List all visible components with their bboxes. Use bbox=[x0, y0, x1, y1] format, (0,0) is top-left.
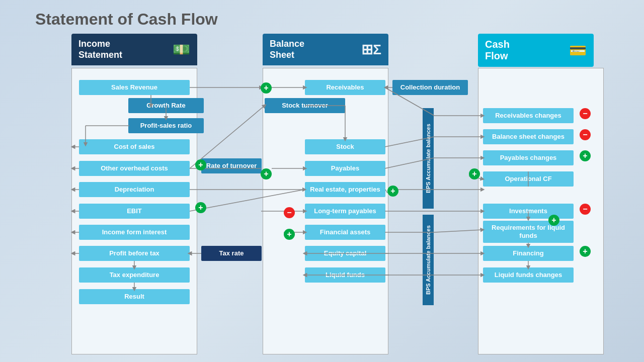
bps-top-label: BPS Accumulate balances bbox=[423, 108, 434, 209]
profit-sales-ratio-box: Profit-sales ratio bbox=[128, 118, 204, 133]
operational-cf-box: Operational CF bbox=[483, 171, 574, 187]
long-term-payables-box: Long-term payables bbox=[305, 204, 385, 219]
payables-changes-box: Payables changes bbox=[483, 150, 574, 165]
cost-of-sales-box: Cost of sales bbox=[79, 139, 190, 154]
diagram: Income Statement 💵 Balance Sheet ⊞Σ Cash… bbox=[35, 34, 609, 340]
minus-circle-1: − bbox=[284, 207, 295, 218]
income-label2: Statement bbox=[78, 50, 122, 61]
cashflow-label2: Flow bbox=[485, 50, 510, 62]
plus-circle-7: + bbox=[580, 150, 591, 161]
minus-circle-4: − bbox=[580, 204, 591, 215]
ebit-box: EBIT bbox=[79, 204, 190, 219]
other-overhead-box: Other overhead costs bbox=[79, 161, 190, 176]
plus-circle-8: + bbox=[469, 168, 480, 179]
income-form-interest-box: Income form interest bbox=[79, 225, 190, 240]
plus-circle-9: + bbox=[548, 215, 559, 226]
minus-circle-2: − bbox=[580, 108, 591, 119]
page-title: Statement of Cash Flow bbox=[0, 0, 644, 34]
minus-circle-3: − bbox=[580, 129, 591, 140]
equity-capital-box: Equity capital bbox=[305, 246, 385, 261]
plus-circle-4: + bbox=[387, 186, 398, 197]
requirements-liquid-box: Requirements for liquid funds bbox=[483, 221, 574, 243]
balance-header: Balance Sheet ⊞Σ bbox=[263, 34, 388, 65]
plus-circle-10: + bbox=[580, 246, 591, 257]
stock-turnover-box: Stock turnover bbox=[265, 98, 345, 113]
income-header: Income Statement 💵 bbox=[71, 34, 197, 65]
investments-box: Investments bbox=[483, 204, 574, 219]
growth-rate-box: Growth Rate bbox=[128, 98, 204, 113]
balance-label1: Balance bbox=[270, 39, 304, 50]
plus-circle-6: + bbox=[284, 229, 295, 240]
sales-revenue-box: Sales Revenue bbox=[79, 80, 190, 95]
cashflow-icon: 💳 bbox=[569, 42, 587, 59]
stock-box: Stock bbox=[305, 139, 385, 154]
tax-expenditure-box: Tax expenditure bbox=[79, 267, 190, 283]
payables-box: Payables bbox=[305, 161, 385, 176]
real-estate-box: Real estate, properties bbox=[305, 182, 385, 197]
collection-duration-box: Collection duration bbox=[392, 80, 468, 95]
balance-sheet-changes-box: Balance sheet changes bbox=[483, 129, 574, 144]
balance-label2: Sheet bbox=[270, 50, 304, 61]
income-icon: 💵 bbox=[173, 41, 190, 58]
receivables-box: Receivables bbox=[305, 80, 385, 95]
balance-icon: ⊞Σ bbox=[361, 41, 381, 58]
income-label1: Income bbox=[78, 39, 122, 50]
liquid-funds-balance-box: Liquid funds bbox=[305, 267, 385, 283]
plus-circle-2: + bbox=[195, 159, 206, 170]
rate-of-turnover-box: Rate of turnover bbox=[201, 158, 262, 173]
receivables-changes-box: Receivables changes bbox=[483, 108, 574, 123]
plus-circle-1: + bbox=[261, 82, 272, 94]
financial-assets-box: Financial assets bbox=[305, 225, 385, 240]
financing-box: Financing bbox=[483, 246, 574, 261]
profit-before-tax-box: Profit before tax bbox=[79, 246, 190, 261]
liquid-funds-changes-box: Liquid funds changes bbox=[483, 267, 574, 283]
tax-rate-box: Tax rate bbox=[201, 246, 262, 261]
cashflow-label1: Cash bbox=[485, 39, 510, 50]
svg-line-39 bbox=[434, 230, 482, 232]
plus-circle-3: + bbox=[261, 168, 272, 179]
cashflow-header: Cash Flow 💳 bbox=[478, 34, 594, 67]
plus-circle-5: + bbox=[195, 202, 206, 213]
bps-bottom-label: BPS Accumulate balances bbox=[423, 215, 434, 305]
result-box: Result bbox=[79, 289, 190, 304]
depreciation-box: Depreciation bbox=[79, 182, 190, 197]
